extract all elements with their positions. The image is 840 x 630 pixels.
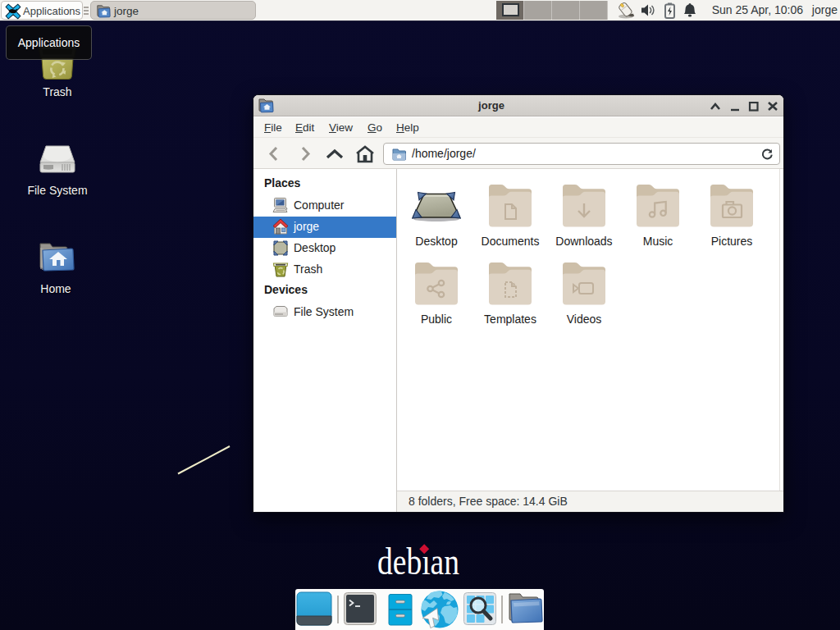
svg-text:debıan: debıan: [377, 541, 459, 582]
